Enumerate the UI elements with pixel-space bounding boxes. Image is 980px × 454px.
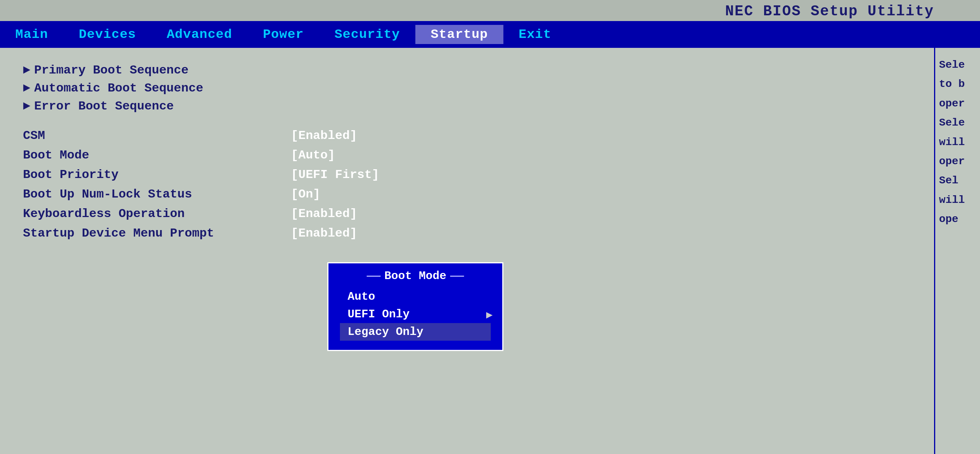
error-boot-sequence-item[interactable]: ► Error Boot Sequence <box>23 99 911 113</box>
sidebar-line-6: oper <box>939 152 976 171</box>
settings-section: CSM [Enabled] Boot Mode [Auto] Boot Prio… <box>23 129 911 240</box>
boot-priority-label: Boot Priority <box>23 168 291 182</box>
menu-item-startup[interactable]: Startup <box>415 25 503 44</box>
sidebar-line-2: to b <box>939 75 976 94</box>
menu-item-advanced[interactable]: Advanced <box>151 25 247 44</box>
boot-priority-value: [UEFI First] <box>291 168 379 182</box>
dropdown-title: Boot Mode <box>340 269 491 283</box>
dropdown-option-auto[interactable]: Auto <box>340 288 491 305</box>
sidebar-line-9: ope <box>939 210 976 229</box>
boot-mode-label: Boot Mode <box>23 148 291 162</box>
bios-title: NEC BIOS Setup Utility <box>0 0 980 21</box>
menu-item-security[interactable]: Security <box>319 25 415 44</box>
main-content: ► Primary Boot Sequence ► Automatic Boot… <box>0 48 980 454</box>
csm-value: [Enabled] <box>291 129 357 143</box>
startup-device-setting-row[interactable]: Startup Device Menu Prompt [Enabled] <box>23 226 911 240</box>
keyboardless-value: [Enabled] <box>291 207 357 221</box>
sidebar-line-5: will <box>939 133 976 152</box>
primary-boot-arrow: ► <box>23 63 30 77</box>
sidebar-line-8: will <box>939 191 976 210</box>
sidebar-line-3: oper <box>939 94 976 113</box>
error-boot-label: Error Boot Sequence <box>34 99 174 113</box>
dropdown-option-uefi-only[interactable]: UEFI Only <box>340 305 491 323</box>
menu-bar: Main Devices Advanced Power Security Sta… <box>0 21 980 48</box>
numlock-label: Boot Up Num-Lock Status <box>23 187 291 201</box>
startup-device-label: Startup Device Menu Prompt <box>23 226 291 240</box>
sidebar-text: Sele to b oper Sele will oper Sel will o… <box>939 56 976 229</box>
boot-sequence-section: ► Primary Boot Sequence ► Automatic Boot… <box>23 63 911 113</box>
numlock-setting-row[interactable]: Boot Up Num-Lock Status [On] <box>23 187 911 201</box>
csm-setting-row[interactable]: CSM [Enabled] <box>23 129 911 143</box>
csm-label: CSM <box>23 129 291 143</box>
dropdown-option-legacy-only[interactable]: Legacy Only <box>340 323 491 341</box>
menu-item-exit[interactable]: Exit <box>503 25 567 44</box>
primary-boot-label: Primary Boot Sequence <box>34 63 188 77</box>
boot-mode-value: [Auto] <box>291 148 335 162</box>
boot-priority-setting-row[interactable]: Boot Priority [UEFI First] <box>23 168 911 182</box>
startup-device-value: [Enabled] <box>291 226 357 240</box>
boot-mode-dropdown[interactable]: Boot Mode Auto UEFI Only Legacy Only <box>327 262 503 351</box>
automatic-boot-sequence-item[interactable]: ► Automatic Boot Sequence <box>23 81 911 95</box>
automatic-boot-label: Automatic Boot Sequence <box>34 81 203 95</box>
center-panel: ► Primary Boot Sequence ► Automatic Boot… <box>0 48 934 454</box>
menu-item-main[interactable]: Main <box>0 25 64 44</box>
sidebar-line-4: Sele <box>939 113 976 132</box>
right-sidebar: Sele to b oper Sele will oper Sel will o… <box>934 48 980 454</box>
menu-item-devices[interactable]: Devices <box>64 25 152 44</box>
sidebar-line-1: Sele <box>939 56 976 75</box>
error-boot-arrow: ► <box>23 99 30 113</box>
menu-item-power[interactable]: Power <box>248 25 319 44</box>
numlock-value: [On] <box>291 187 320 201</box>
sidebar-line-7: Sel <box>939 171 976 190</box>
automatic-boot-arrow: ► <box>23 81 30 95</box>
keyboardless-setting-row[interactable]: Keyboardless Operation [Enabled] <box>23 207 911 221</box>
keyboardless-label: Keyboardless Operation <box>23 207 291 221</box>
mouse-cursor: ▶ <box>486 308 493 321</box>
primary-boot-sequence-item[interactable]: ► Primary Boot Sequence <box>23 63 911 77</box>
boot-mode-setting-row[interactable]: Boot Mode [Auto] <box>23 148 911 162</box>
